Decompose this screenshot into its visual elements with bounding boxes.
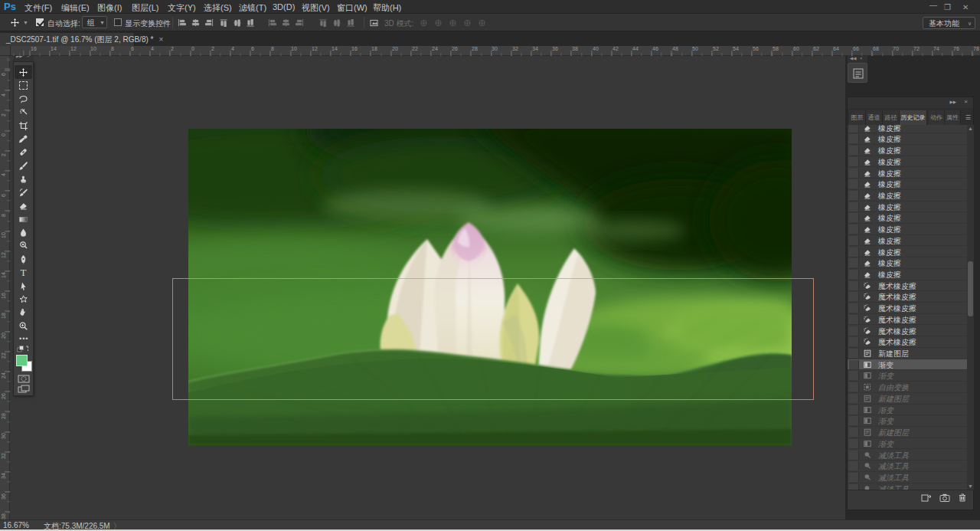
svg-text:T: T: [21, 267, 27, 277]
